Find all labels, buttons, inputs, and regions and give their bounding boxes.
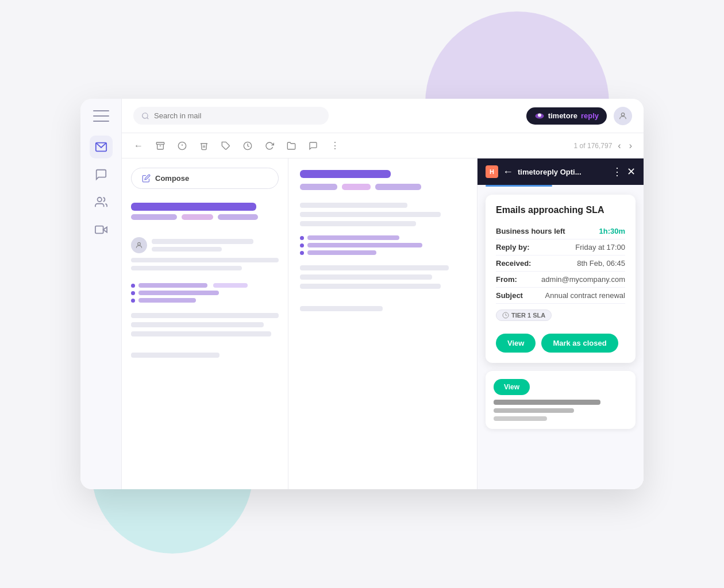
svg-line-5: [147, 117, 149, 119]
tag-bar-3: [375, 184, 421, 190]
back-button[interactable]: ←: [131, 138, 146, 153]
sla-value-from: admin@mycompany.com: [541, 275, 625, 284]
label-button[interactable]: [218, 139, 233, 153]
app-window: timetorereply ←: [80, 99, 644, 489]
sidebar-item-mail[interactable]: [90, 136, 113, 158]
item-line: [307, 250, 376, 255]
more-button[interactable]: ⋮: [328, 138, 342, 153]
sla-label-reply-by: Reply by:: [496, 243, 530, 252]
list-item: [300, 235, 465, 240]
right-panel-header: H ← timetoreply Opti... ⋮ ✕: [477, 158, 644, 185]
archive-button[interactable]: [153, 139, 168, 153]
sla-row-received: Received: 8th Feb, 06:45: [496, 256, 625, 272]
meta-bar-2: [182, 214, 213, 220]
panel-back-button[interactable]: ←: [503, 166, 513, 178]
list-item[interactable]: [131, 198, 279, 227]
search-input[interactable]: [154, 111, 321, 120]
sla-value-subject: Annual contract renewal: [545, 291, 625, 300]
footer-bar: [300, 306, 383, 311]
user-icon: [618, 111, 627, 121]
refresh-button[interactable]: [262, 139, 277, 153]
user-avatar[interactable]: [614, 107, 632, 125]
info-button[interactable]: [175, 139, 190, 153]
content-split: Compose: [122, 158, 644, 489]
list-item[interactable]: [131, 291, 279, 295]
logo-text-1: timetore: [548, 111, 577, 120]
next-page-button[interactable]: ›: [627, 140, 634, 152]
topbar: timetorereply: [122, 99, 644, 133]
secondary-view-card: View: [486, 371, 636, 429]
sidebar-item-chat[interactable]: [90, 163, 113, 186]
pagination-text: 1 of 176,797: [574, 142, 613, 150]
secondary-bar-1: [494, 400, 600, 405]
sidebar-item-video[interactable]: [90, 218, 113, 241]
body-bar: [300, 203, 407, 208]
sla-value-received: 8th Feb, 06:45: [577, 259, 625, 268]
sidebar-item-contacts[interactable]: [90, 191, 113, 214]
meta-bar-3: [218, 214, 258, 220]
panel-more-button[interactable]: ⋮: [612, 165, 622, 178]
body-bar: [300, 284, 441, 289]
sla-row-subject: Subject Annual contract renewal: [496, 288, 625, 304]
sender-bar: [152, 239, 253, 244]
view-button[interactable]: View: [496, 334, 536, 353]
list-item: [300, 250, 465, 255]
unread-dot: [131, 291, 135, 295]
mark-closed-button[interactable]: Mark as closed: [541, 334, 618, 353]
svg-point-1: [97, 198, 101, 202]
item-line-2: [213, 283, 248, 288]
body-bar: [300, 265, 449, 270]
avatar: [131, 237, 147, 253]
preview-bar: [131, 258, 279, 262]
list-item[interactable]: [131, 283, 279, 288]
logo-text-2: reply: [581, 111, 599, 120]
unread-dot: [131, 284, 135, 288]
svg-rect-3: [95, 226, 103, 234]
content-bar: [131, 353, 219, 358]
preview-bar-2: [131, 266, 242, 270]
list-item[interactable]: [131, 233, 279, 275]
logo-badge: timetorereply: [526, 107, 607, 125]
sla-label-subject: Subject: [496, 291, 523, 300]
sla-row-reply-by: Reply by: Friday at 17:00: [496, 239, 625, 256]
tag-bar-1: [300, 184, 337, 190]
sla-label-from: From:: [496, 275, 517, 284]
subject-bar: [152, 247, 222, 252]
comment-button[interactable]: [306, 139, 321, 153]
sla-row-business-hours: Business hours left 1h:30m: [496, 223, 625, 239]
body-bar: [300, 221, 416, 226]
item-line: [138, 291, 219, 295]
content-bar: [131, 322, 264, 327]
delete-button[interactable]: [197, 139, 211, 153]
svg-point-4: [143, 113, 148, 118]
search-icon: [141, 112, 149, 120]
folder-button[interactable]: [284, 139, 299, 153]
search-box[interactable]: [133, 107, 329, 125]
secondary-bar-3: [494, 416, 547, 421]
email-bar-highlight: [131, 203, 256, 211]
email-list: Compose: [122, 158, 288, 489]
panel-close-button[interactable]: ✕: [627, 165, 636, 178]
sidebar: [80, 99, 122, 489]
secondary-bar-2: [494, 408, 574, 413]
sla-card-title: Emails approaching SLA: [496, 205, 625, 215]
hamburger-menu[interactable]: [93, 110, 109, 122]
svg-rect-9: [156, 142, 164, 144]
list-item: [300, 243, 465, 247]
list-item[interactable]: [131, 298, 279, 303]
bullet-dot: [300, 243, 304, 247]
main-area: timetorereply ←: [122, 99, 644, 489]
view-button-secondary[interactable]: View: [494, 379, 530, 395]
clock-button[interactable]: [240, 139, 255, 153]
email-pane: [288, 158, 477, 489]
item-line: [307, 243, 422, 247]
bullet-dot: [300, 236, 304, 240]
svg-marker-2: [103, 227, 106, 232]
prev-page-button[interactable]: ‹: [615, 140, 623, 152]
clock-icon: [502, 312, 509, 319]
email-header: [131, 237, 279, 253]
sla-label-business-hours: Business hours left: [496, 227, 565, 235]
compose-button[interactable]: Compose: [131, 168, 279, 189]
content-bar: [131, 331, 271, 336]
email-subject-bar: [300, 170, 391, 178]
